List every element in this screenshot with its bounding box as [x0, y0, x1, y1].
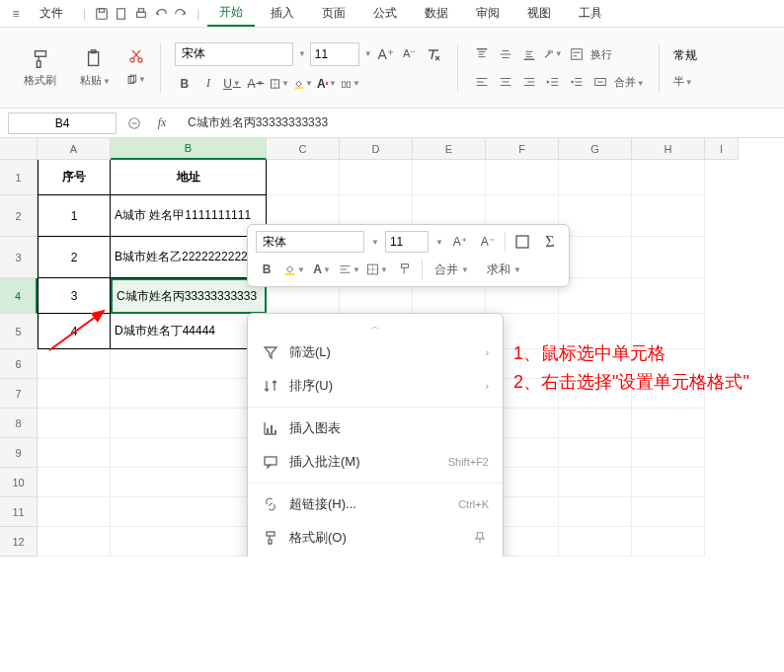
border-button[interactable]: ▼ — [270, 74, 289, 94]
ctx-collapse[interactable]: ︿ — [248, 318, 503, 336]
undo-icon[interactable] — [153, 6, 169, 22]
row-header-1[interactable]: 1 — [0, 160, 38, 195]
col-header-D[interactable]: D — [340, 138, 413, 160]
col-header-A[interactable]: A — [38, 138, 111, 160]
font-color-button[interactable]: A▼ — [317, 74, 337, 94]
cell-B2[interactable]: A城市 姓名甲1111111111 — [111, 195, 267, 237]
row-header-4[interactable]: 4 — [0, 278, 38, 314]
name-box[interactable] — [8, 112, 117, 134]
mini-format-painter[interactable] — [394, 259, 416, 280]
cell-D1[interactable] — [340, 160, 413, 195]
ctx-hyperlink[interactable]: 超链接(H)... Ctrl+K — [248, 487, 503, 521]
cell-G3[interactable] — [559, 237, 632, 278]
tab-formula[interactable]: 公式 — [361, 1, 409, 26]
cut-button[interactable] — [126, 46, 146, 66]
wrap-label[interactable]: 换行 — [590, 47, 612, 62]
format-painter-button[interactable]: 格式刷 — [16, 43, 64, 92]
mini-bold[interactable]: B — [256, 259, 277, 280]
col-header-F[interactable]: F — [486, 138, 559, 160]
menu-file[interactable]: 文件 — [28, 1, 75, 26]
tab-view[interactable]: 视图 — [515, 1, 563, 26]
redo-icon[interactable] — [173, 6, 189, 22]
bold-button[interactable]: B — [175, 74, 195, 94]
mini-decrease-font[interactable]: A⁻ — [477, 231, 499, 253]
mini-border-icon[interactable] — [511, 231, 533, 253]
cell-A2[interactable]: 1 — [38, 195, 111, 237]
col-header-H[interactable]: H — [632, 138, 705, 160]
align-center-button[interactable] — [496, 72, 515, 92]
font-name-select[interactable] — [175, 42, 293, 66]
font-dd-icon[interactable]: ▼ — [298, 49, 306, 58]
copy-button[interactable]: ▼ — [126, 70, 146, 90]
tab-tools[interactable]: 工具 — [567, 1, 614, 26]
row-header-9[interactable]: 9 — [0, 438, 38, 468]
tab-start[interactable]: 开始 — [207, 0, 255, 27]
mini-border2[interactable]: ▼ — [366, 259, 388, 280]
number-format-select[interactable]: 常规 — [673, 47, 697, 64]
cell-B3[interactable]: B城市姓名乙2222222222 — [111, 237, 267, 278]
italic-button[interactable]: I — [198, 74, 218, 94]
cell-G2[interactable] — [559, 195, 632, 237]
align-top-button[interactable] — [472, 44, 492, 64]
align-left-button[interactable] — [472, 72, 492, 92]
merge-label[interactable]: 合并▼ — [614, 75, 645, 90]
fill-color-button[interactable]: ▼ — [293, 74, 313, 94]
ctx-sort[interactable]: 排序(U) › — [248, 369, 503, 403]
cell-B1[interactable]: 地址 — [111, 160, 267, 195]
mini-font-color[interactable]: A▼ — [311, 259, 333, 280]
strike-button[interactable]: A▼ — [246, 74, 266, 94]
print-icon[interactable] — [133, 6, 149, 22]
tab-insert[interactable]: 插入 — [259, 1, 306, 26]
ctx-filter[interactable]: 筛选(L) › — [248, 336, 503, 369]
cell-B5[interactable]: D城市姓名丁44444 — [111, 314, 267, 349]
wrap-button[interactable] — [567, 44, 587, 64]
col-header-B[interactable]: B — [111, 138, 267, 160]
size-dd-icon[interactable]: ▼ — [364, 49, 372, 58]
increase-font-button[interactable]: A⁺ — [376, 44, 396, 64]
cancel-icon[interactable] — [124, 113, 144, 133]
ctx-insert-comment[interactable]: 插入批注(M) Shift+F2 — [248, 445, 503, 479]
row-header-11[interactable]: 11 — [0, 497, 38, 527]
font-size-select[interactable] — [310, 42, 359, 66]
cell-F1[interactable] — [486, 160, 559, 195]
row-header-10[interactable]: 10 — [0, 468, 38, 497]
col-header-E[interactable]: E — [413, 138, 486, 160]
mini-merge[interactable]: 合并▼ — [429, 260, 475, 280]
cell-E1[interactable] — [413, 160, 486, 195]
menu-icon[interactable]: ≡ — [8, 6, 24, 22]
mini-increase-font[interactable]: A⁺ — [449, 231, 471, 253]
save-icon[interactable] — [94, 6, 110, 22]
tab-page[interactable]: 页面 — [310, 1, 357, 26]
mini-align[interactable]: ▼ — [339, 259, 360, 280]
select-all-corner[interactable] — [0, 138, 38, 160]
ctx-insert-chart[interactable]: 插入图表 — [248, 411, 503, 445]
row-header-12[interactable]: 12 — [0, 527, 38, 557]
row-header-2[interactable]: 2 — [0, 195, 38, 237]
row-header-3[interactable]: 3 — [0, 237, 38, 278]
col-header-I[interactable]: I — [705, 138, 739, 160]
decrease-font-button[interactable]: A⁻ — [400, 44, 420, 64]
cell-H1[interactable] — [632, 160, 705, 195]
cell-B6[interactable] — [111, 349, 267, 379]
cell-G1[interactable] — [559, 160, 632, 195]
new-icon[interactable] — [114, 6, 129, 22]
cell-A1[interactable]: 序号 — [38, 160, 111, 195]
cell-H3[interactable] — [632, 237, 705, 278]
col-header-G[interactable]: G — [559, 138, 632, 160]
ctx-format-painter[interactable]: 格式刷(O) — [248, 521, 503, 555]
orientation-button[interactable]: ab▼ — [543, 44, 563, 64]
indent-dec-button[interactable] — [543, 72, 563, 92]
row-header-8[interactable]: 8 — [0, 409, 38, 438]
cell-G4[interactable] — [559, 278, 632, 314]
currency-button[interactable]: 半▼ — [673, 74, 693, 89]
mini-sum-icon[interactable]: Σ — [539, 231, 561, 253]
pin-icon[interactable] — [471, 529, 489, 547]
cell-C1[interactable] — [267, 160, 340, 195]
fx-icon[interactable]: fx — [152, 113, 172, 133]
formula-text[interactable]: C城市姓名丙33333333333 — [180, 114, 328, 131]
cell-H2[interactable] — [632, 195, 705, 237]
row-header-5[interactable]: 5 — [0, 314, 38, 349]
cell-A3[interactable]: 2 — [38, 237, 111, 278]
tab-review[interactable]: 审阅 — [464, 1, 511, 26]
align-bottom-button[interactable] — [519, 44, 539, 64]
